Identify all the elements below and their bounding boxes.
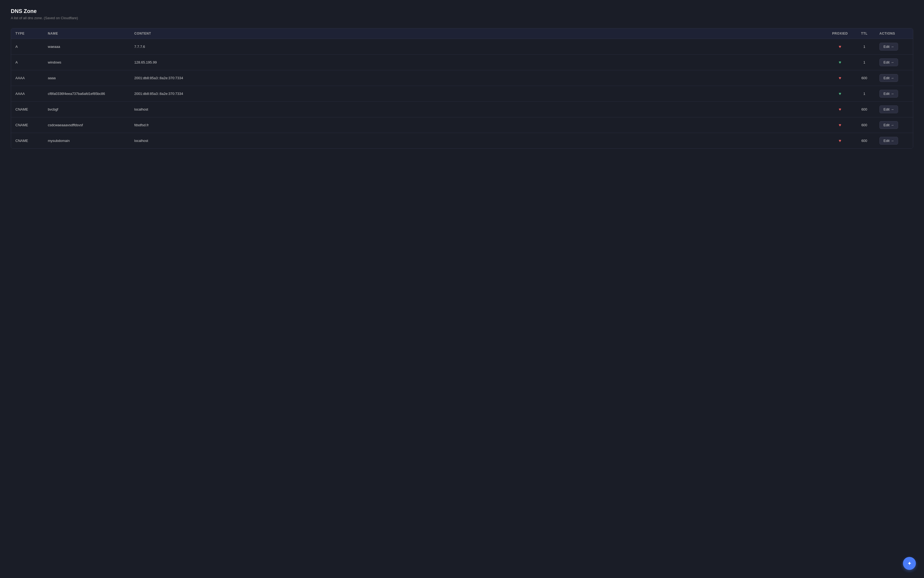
cell-ttl: 1 [853,86,875,102]
dns-table-container: Type Name Content Proxied TTL Actions A … [11,28,913,149]
cell-type: AAAA [11,70,44,86]
table-row: A waeaaa 7.7.7.6 ♥ 1 Edit → [11,39,913,55]
fab-button[interactable]: ✦ [903,557,916,570]
col-header-content: Content [130,28,827,39]
edit-button[interactable]: Edit → [879,90,898,97]
cell-actions: Edit → [875,133,913,149]
fab-icon: ✦ [907,560,912,567]
edit-button[interactable]: Edit → [879,137,898,144]
cell-ttl: 600 [853,70,875,86]
cell-type: A [11,55,44,70]
cell-type: A [11,39,44,55]
cell-content: 7.7.7.6 [130,39,827,55]
table-header-row: Type Name Content Proxied TTL Actions [11,28,913,39]
cell-proxied: ♥ [827,102,853,117]
proxied-heart-icon: ♥ [838,76,841,81]
col-header-proxied: Proxied [827,28,853,39]
edit-button[interactable]: Edit → [879,106,898,113]
table-row: AAAA cf8fa0336f4eea737ba6afd1ef85bc86 20… [11,86,913,102]
cell-ttl: 1 [853,39,875,55]
cell-actions: Edit → [875,102,913,117]
cell-actions: Edit → [875,39,913,55]
table-row: CNAME bvcbgf localhost ♥ 600 Edit → [11,102,913,117]
table-row: CNAME csdcwaeaaavsdffdsvsf fdsdfsd.fr ♥ … [11,117,913,133]
col-header-type: Type [11,28,44,39]
cell-proxied: ♥ [827,117,853,133]
cell-actions: Edit → [875,117,913,133]
proxied-heart-icon: ♥ [838,107,841,112]
cell-ttl: 600 [853,102,875,117]
cell-type: AAAA [11,86,44,102]
edit-button[interactable]: Edit → [879,121,898,129]
edit-button[interactable]: Edit → [879,43,898,50]
cell-type: CNAME [11,102,44,117]
table-row: AAAA aaaa 2001:db8:85a3::8a2e:370:7334 ♥… [11,70,913,86]
edit-button[interactable]: Edit → [879,58,898,66]
cell-name: mysubdomain [44,133,130,149]
proxied-heart-icon: ♥ [838,60,841,65]
cell-actions: Edit → [875,70,913,86]
cell-actions: Edit → [875,86,913,102]
cell-content: fdsdfsd.fr [130,117,827,133]
cell-content: 2001:db8:85a3::8a2e:370:7334 [130,70,827,86]
col-header-name: Name [44,28,130,39]
cell-name: waeaaa [44,39,130,55]
cell-type: CNAME [11,117,44,133]
cell-type: CNAME [11,133,44,149]
cell-proxied: ♥ [827,39,853,55]
table-row: CNAME mysubdomain localhost ♥ 600 Edit → [11,133,913,149]
dns-table: Type Name Content Proxied TTL Actions A … [11,28,913,148]
cell-actions: Edit → [875,55,913,70]
cell-ttl: 1 [853,55,875,70]
cell-name: csdcwaeaaavsdffdsvsf [44,117,130,133]
proxied-heart-icon: ♥ [838,138,841,143]
cell-content: localhost [130,133,827,149]
cell-name: aaaa [44,70,130,86]
cell-proxied: ♥ [827,86,853,102]
page-title: DNS Zone [11,8,913,14]
cell-proxied: ♥ [827,55,853,70]
cell-name: windows [44,55,130,70]
cell-name: cf8fa0336f4eea737ba6afd1ef85bc86 [44,86,130,102]
table-row: A windows 128.65.195.99 ♥ 1 Edit → [11,55,913,70]
proxied-heart-icon: ♥ [838,123,841,128]
cell-content: localhost [130,102,827,117]
edit-button[interactable]: Edit → [879,74,898,82]
proxied-heart-icon: ♥ [838,44,841,49]
col-header-actions: Actions [875,28,913,39]
cell-ttl: 600 [853,133,875,149]
proxied-heart-icon: ♥ [838,91,841,96]
cell-proxied: ♥ [827,133,853,149]
cell-name: bvcbgf [44,102,130,117]
col-header-ttl: TTL [853,28,875,39]
cell-content: 2001:db8:85a3::8a2e:370:7334 [130,86,827,102]
cell-content: 128.65.195.99 [130,55,827,70]
cell-proxied: ♥ [827,70,853,86]
cell-ttl: 600 [853,117,875,133]
page-subtitle: A list of all dns zone. (Saved on Cloudf… [11,16,913,20]
